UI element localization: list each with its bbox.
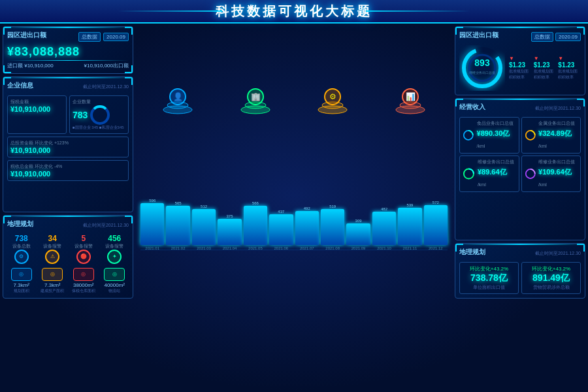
ent-sub-1: ■国营企业 345 ■私营企业345 xyxy=(73,125,125,131)
geo-val-1: 34 xyxy=(39,234,67,243)
left-geo-header: 地理规划 截止时间至2021.12.30 xyxy=(7,220,129,231)
geo-icon-1: ⚠ xyxy=(45,250,59,264)
enterprise-header: 企业信息 截止时间至2021.12.30 xyxy=(7,81,129,93)
geo-measure-1: ◎ 7.3km² 建成投产面积 xyxy=(39,268,67,294)
bar-3 xyxy=(218,219,241,245)
svg-text:🏢: 🏢 xyxy=(250,91,260,101)
rev-icon-2 xyxy=(463,167,475,180)
rev-unit-0: /kml xyxy=(477,144,485,148)
left-geo-title: 地理规划 xyxy=(7,220,33,229)
icon-sub-0: 相关员工 xyxy=(169,140,187,146)
bar-chart: 5962021.015652021.025122021.033752021.04… xyxy=(140,208,448,261)
stat-label-0: 今日出口额/万元 xyxy=(140,31,235,38)
bar-val-7: 519 xyxy=(329,204,336,208)
rev-text-1: 金属业务出口总值 ¥324.89亿 /kml xyxy=(538,120,578,150)
revenue-panel: 经营收入 截止时间至2021.12.30 食品业务出口总值 ¥890.30亿 xyxy=(455,98,585,240)
ent-val-2: ¥10,910,000 xyxy=(10,146,125,154)
bar-label-8: 2021.09 xyxy=(351,246,366,250)
ri-stat-arrow-1: ▼ xyxy=(534,56,557,61)
rev-label-0: 食品业务出口总值 xyxy=(477,120,516,127)
bar-val-2: 512 xyxy=(201,204,207,208)
icon-sub-1: 区域面积m² xyxy=(244,140,267,146)
rev-item-2-inner: 维修业务出口总值 ¥89.64亿 /kml xyxy=(463,159,516,189)
middle-column: 今日出口额/万元 593 品类1:1.34万元 品类2:34万元品类3:1.34… xyxy=(136,26,452,299)
stat-value-2: 145 xyxy=(353,39,448,56)
rev-icon-0 xyxy=(463,129,474,142)
rev-item-0-inner: 食品业务出口总值 ¥890.30亿 /kml xyxy=(463,120,516,150)
rev-val-wrap-2: ¥89.64亿 /kml xyxy=(478,165,516,189)
left-import-title: 园区进出口额 xyxy=(7,31,46,40)
ri-stat-label-0: 批准规划面积积收率 xyxy=(509,69,532,80)
bar-wrap-6: 4922021.07 xyxy=(295,206,319,250)
geo-measure-icon-3: ◎ xyxy=(104,268,125,281)
ent-val-1: 783 xyxy=(73,110,88,120)
geo-icon-3: ✦ xyxy=(107,250,122,264)
ri-stat-val-1: $1.23 xyxy=(534,61,557,69)
dashboard-layout: 园区进出口额 总数据 2020.09 ¥83,088,888 进口额 ¥10,9… xyxy=(0,24,588,359)
glow-divider xyxy=(7,60,129,61)
icon-sub-2: 设备总数 xyxy=(323,140,342,146)
geo-icon-2: 🔴 xyxy=(76,250,91,264)
revenue-title: 经营收入 xyxy=(459,103,485,112)
rg-label-1: 货物贸易涉外总额 xyxy=(525,284,578,291)
bar-5 xyxy=(269,214,293,245)
ent-label-1: 企业数量 xyxy=(73,99,125,105)
icon-item-1: 🏢 智慧大楼 3479 区域面积m² xyxy=(218,82,293,182)
rev-item-1-inner: 金属业务出口总值 ¥324.89亿 /kml xyxy=(525,120,578,150)
bar-val-8: 309 xyxy=(355,219,362,223)
bar-wrap-5: 4372021.06 xyxy=(269,210,293,250)
rev-item-3: 维修业务出口总值 ¥109.64亿 /kml xyxy=(521,155,581,192)
bar-wrap-7: 5192021.08 xyxy=(321,204,344,250)
geo-measure-val-2: 38000m² xyxy=(69,282,98,288)
enterprise-grid: 报税金额 ¥10,910,000 企业数量 783 ■国营企业 345 ■私营企… xyxy=(7,95,129,181)
geo-measure-label-0: 规划面积 xyxy=(7,288,36,294)
svg-text:👤: 👤 xyxy=(173,91,183,101)
stat-sub-0: 品类1:1.34万元 品类2:34万元品类3:1.34万元 品类4:34万元 xyxy=(140,57,235,71)
bar-0 xyxy=(140,203,164,245)
left-column: 园区进出口额 总数据 2020.09 ¥83,088,888 进口额 ¥10,9… xyxy=(3,26,133,299)
rev-item-2: 维修业务出口总值 ¥89.64亿 /kml xyxy=(459,155,519,192)
stat-value-0: 593 xyxy=(140,39,235,56)
geo-measure-label-1: 建成投产面积 xyxy=(39,288,67,294)
svg-text:增维业务出口总值: 增维业务出口总值 xyxy=(468,71,495,74)
right-import-body: 893 增维业务出口总值 ▼ $1.23 批准规划面积积收率 ▼ $1.23 xyxy=(459,45,581,91)
icon-item-0: 👤 员工 365 相关员工 xyxy=(140,82,216,182)
bar-val-1: 565 xyxy=(175,201,182,205)
bar-wrap-9: 4822021.10 xyxy=(372,207,396,250)
ent-label-0: 报税金额 xyxy=(10,99,63,105)
bar-9 xyxy=(372,212,396,245)
stats-row: 今日出口额/万元 593 品类1:1.34万元 品类2:34万元品类3:1.34… xyxy=(136,26,452,75)
icon-3d-3: 📊 xyxy=(391,82,430,115)
rev-item-0: 食品业务出口总值 ¥890.30亿 /kml xyxy=(459,117,519,154)
bar-7 xyxy=(321,209,344,245)
geo-measure-val-0: 7.3km² xyxy=(7,282,36,288)
bar-wrap-8: 3092021.09 xyxy=(346,219,370,250)
icon-number-2: 1123 xyxy=(321,126,344,138)
stat-box-0: 今日出口额/万元 593 品类1:1.34万元 品类2:34万元品类3:1.34… xyxy=(136,26,240,75)
ri-stat-arrow-0: ▼ xyxy=(509,56,532,61)
left-geo-date: 截止时间至2021.12.30 xyxy=(83,222,129,229)
ri-stat-0: ▼ $1.23 批准规划面积积收率 xyxy=(509,56,532,80)
icon-item-3: 📊 数据报表 287 报表下载总数 xyxy=(373,82,448,182)
geo-item-1: 34 设备报警 ⚠ xyxy=(39,234,67,265)
bar-8 xyxy=(346,223,370,245)
rev-unit-2: /kml xyxy=(478,182,486,187)
geo-measure-label-2: 保税仓库面积 xyxy=(69,288,98,294)
donut-chart xyxy=(90,105,110,125)
geo-val-0: 738 xyxy=(7,234,36,243)
sketch-icon: S xyxy=(201,367,219,385)
icons-row: 👤 员工 365 相关员工 🏢 智慧大楼 3479 xyxy=(136,78,452,187)
bar-label-2: 2021.03 xyxy=(197,246,211,250)
bar-wrap-0: 5962021.01 xyxy=(140,199,164,250)
geo-grid: 738 设备总数 ⚙ 34 设备报警 ⚠ 5 设备报警 🔴 456 设备报警 xyxy=(7,234,129,265)
main-title: 科技数据可视化大标题 xyxy=(216,3,372,20)
revenue-date: 截止时间至2021.12.30 xyxy=(535,105,581,112)
icon-number-1: 3479 xyxy=(244,126,267,138)
title-bar: 科技数据可视化大标题 xyxy=(0,0,588,24)
ent-count-wrap: 783 xyxy=(73,105,125,125)
stat-label-1: 今日货量/吨 xyxy=(247,31,342,38)
rev-val-wrap-0: ¥890.30亿 /kml xyxy=(477,127,516,150)
geo-measure-3: ◎ 40000m² 物流站 xyxy=(101,268,129,294)
figma-icon: ❖ xyxy=(279,367,297,385)
rg-change-0: 环比变化+43.2% xyxy=(463,265,515,272)
